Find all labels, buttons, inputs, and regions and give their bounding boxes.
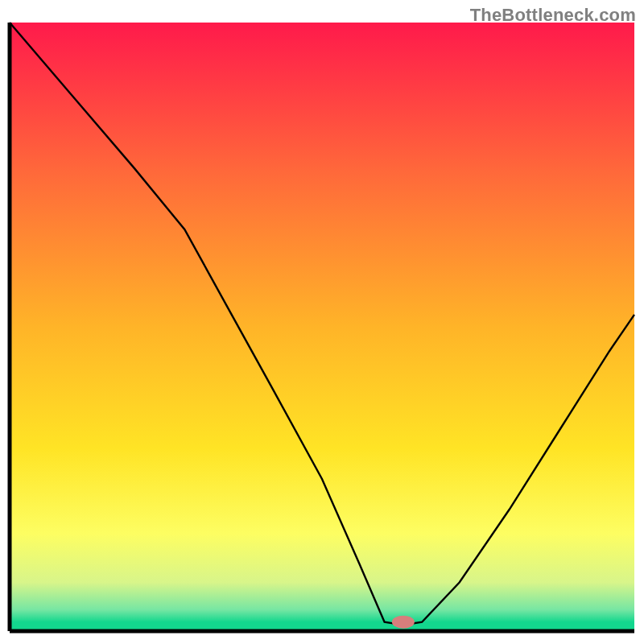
plot-background (10, 23, 634, 631)
bottleneck-chart: TheBottleneck.com (0, 0, 644, 644)
optimal-point-marker (392, 616, 415, 629)
watermark-text: TheBottleneck.com (470, 5, 636, 26)
chart-svg (0, 0, 644, 644)
